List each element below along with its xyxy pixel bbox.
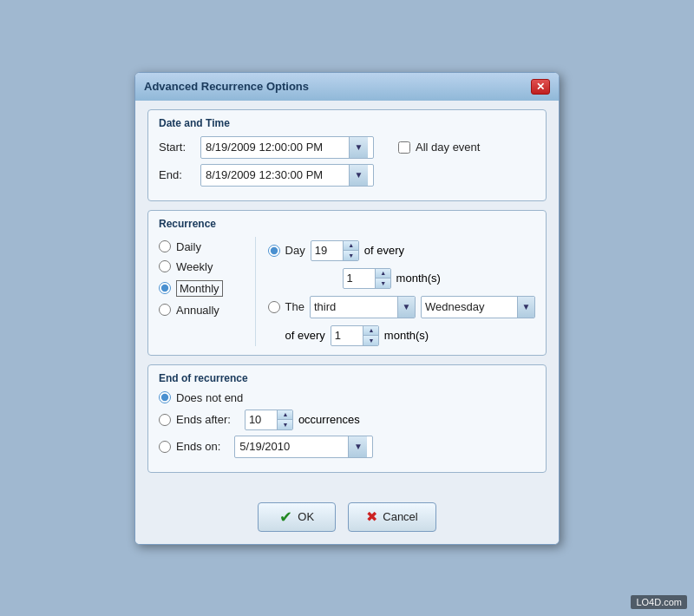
daily-label: Daily [176, 240, 201, 253]
ends-after-row: Ends after: ▲ ▼ occurrences [159, 410, 535, 430]
day-up-arrow[interactable]: ▲ [344, 241, 359, 252]
end-recurrence-section: End of recurrence Does not end Ends afte… [147, 364, 547, 473]
months2-spinner[interactable]: ▲ ▼ [331, 325, 379, 346]
month-s-label: month(s) [396, 272, 441, 285]
ok-label: OK [298, 510, 314, 523]
end-label: End: [159, 168, 193, 181]
months2-arrows: ▲ ▼ [363, 326, 379, 345]
ok-button[interactable]: ✔ OK [258, 502, 336, 532]
end-input[interactable] [201, 166, 349, 184]
ends-after-arrows: ▲ ▼ [277, 410, 293, 429]
dialog: Advanced Recurrence Options ✕ Date and T… [134, 72, 560, 545]
cancel-button[interactable]: ✖ Cancel [348, 502, 435, 532]
date-time-legend: Date and Time [159, 117, 535, 129]
recur-right: Day ▲ ▼ of every [256, 237, 535, 346]
day-of-week-combo[interactable]: Sunday Monday Tuesday Wednesday Thursday… [421, 296, 535, 318]
ends-after-item[interactable]: Ends after: [159, 413, 231, 426]
day-down-arrow[interactable]: ▼ [344, 251, 359, 260]
radio-does-not-end[interactable] [159, 391, 171, 403]
day-label: Day [285, 244, 305, 257]
third-select[interactable]: first second third fourth last [311, 298, 397, 315]
of-every-label: of every [364, 244, 404, 257]
months1-input[interactable] [344, 270, 375, 286]
radio-ends-after[interactable] [159, 414, 171, 426]
recur-daily[interactable]: Daily [159, 240, 246, 253]
ends-on-label: Ends on: [176, 440, 220, 453]
recurrence-section: Recurrence Daily Weekly Monthly [147, 210, 547, 356]
titlebar: Advanced Recurrence Options ✕ [135, 73, 559, 101]
start-row: Start: ▼ All day event [159, 136, 535, 159]
dialog-body: Date and Time Start: ▼ All day event End… [135, 101, 559, 494]
months2-input[interactable] [331, 327, 363, 344]
ends-after-label: Ends after: [176, 413, 231, 426]
recur-weekly[interactable]: Weekly [159, 260, 246, 273]
day-of-week-dropdown-btn[interactable]: ▼ [517, 297, 534, 318]
ends-after-spinner[interactable]: ▲ ▼ [245, 410, 293, 430]
weekly-label: Weekly [176, 260, 213, 273]
day-of-week-select[interactable]: Sunday Monday Tuesday Wednesday Thursday… [422, 298, 517, 315]
ok-icon: ✔ [279, 508, 292, 527]
months1-spinner[interactable]: ▲ ▼ [343, 268, 391, 289]
radio-the[interactable] [268, 301, 280, 313]
radio-weekly[interactable] [159, 260, 171, 272]
day-radio-item[interactable]: Day [268, 244, 305, 257]
radio-daily[interactable] [159, 240, 171, 252]
months1-down-arrow[interactable]: ▼ [376, 279, 391, 288]
ends-on-input[interactable] [235, 437, 348, 455]
months2-row: of every ▲ ▼ month(s) [268, 325, 535, 346]
month-s2-label: month(s) [384, 329, 429, 342]
day-arrows: ▲ ▼ [343, 241, 359, 260]
day-row: Day ▲ ▼ of every [268, 240, 535, 261]
watermark: LO4D.com [631, 595, 687, 609]
ends-on-dropdown-btn[interactable]: ▼ [348, 436, 367, 457]
the-label: The [285, 300, 304, 313]
cancel-label: Cancel [383, 510, 417, 523]
start-dropdown-btn[interactable]: ▼ [349, 137, 368, 158]
ends-on-item[interactable]: Ends on: [159, 440, 220, 453]
occurrences-label: occurrences [298, 413, 360, 426]
radio-ends-on[interactable] [159, 441, 171, 453]
third-combo[interactable]: first second third fourth last ▼ [310, 296, 416, 318]
annually-label: Annually [176, 304, 219, 317]
end-combo[interactable]: ▼ [200, 164, 374, 187]
months1-row: ▲ ▼ month(s) [268, 268, 535, 289]
ends-after-down[interactable]: ▼ [278, 420, 293, 429]
of-every2-label: of every [285, 329, 325, 342]
ends-after-input[interactable] [246, 411, 277, 428]
cancel-icon: ✖ [366, 508, 377, 525]
radio-monthly[interactable] [159, 282, 171, 294]
start-label: Start: [159, 141, 193, 154]
all-day-row: All day event [398, 141, 480, 154]
recur-left: Daily Weekly Monthly Annually [159, 237, 256, 346]
dialog-footer: ✔ OK ✖ Cancel [135, 494, 559, 544]
months2-down-arrow[interactable]: ▼ [363, 336, 379, 345]
ends-after-up[interactable]: ▲ [278, 410, 293, 421]
recurrence-body: Daily Weekly Monthly Annually [159, 237, 535, 346]
date-time-section: Date and Time Start: ▼ All day event End… [147, 109, 547, 201]
the-row: The first second third fourth last ▼ [268, 296, 535, 318]
monthly-label: Monthly [176, 280, 223, 297]
end-recurrence-legend: End of recurrence [159, 372, 535, 384]
ends-on-row: Ends on: ▼ [159, 436, 535, 458]
recur-annually[interactable]: Annually [159, 304, 246, 317]
months2-up-arrow[interactable]: ▲ [363, 326, 379, 337]
does-not-end-row: Does not end [159, 391, 535, 404]
all-day-checkbox[interactable] [398, 141, 410, 154]
all-day-label: All day event [416, 141, 480, 154]
close-button[interactable]: ✕ [531, 79, 550, 95]
does-not-end-label: Does not end [176, 391, 243, 404]
day-spinner[interactable]: ▲ ▼ [311, 240, 359, 261]
start-input[interactable] [201, 138, 349, 156]
end-dropdown-btn[interactable]: ▼ [349, 165, 368, 186]
third-dropdown-btn[interactable]: ▼ [397, 297, 415, 318]
the-radio-item[interactable]: The [268, 300, 304, 313]
recur-monthly[interactable]: Monthly [159, 280, 246, 297]
months1-up-arrow[interactable]: ▲ [376, 269, 391, 279]
day-input[interactable] [311, 242, 343, 259]
dialog-title: Advanced Recurrence Options [144, 80, 309, 93]
does-not-end-item[interactable]: Does not end [159, 391, 243, 404]
start-combo[interactable]: ▼ [200, 136, 374, 159]
radio-day[interactable] [268, 245, 280, 257]
ends-on-combo[interactable]: ▼ [234, 436, 373, 458]
radio-annually[interactable] [159, 304, 171, 316]
